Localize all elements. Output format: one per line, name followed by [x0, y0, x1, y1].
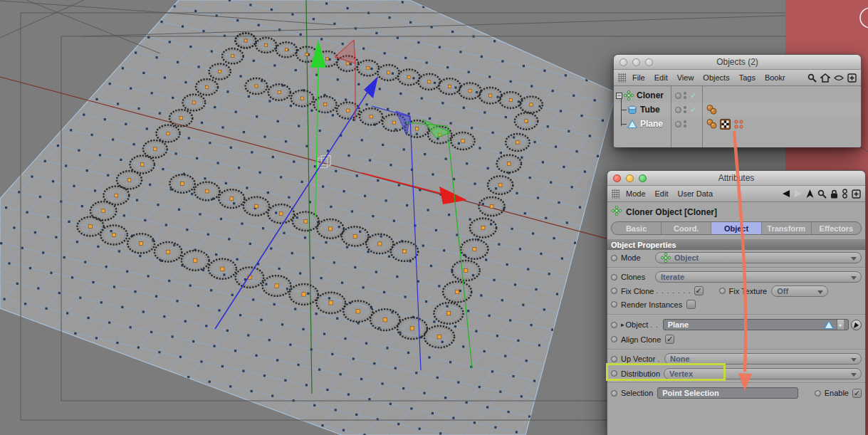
distribution-dropdown[interactable]: Vertex: [664, 368, 862, 379]
fix-texture-dropdown[interactable]: Off: [771, 285, 828, 297]
editor-visibility-dot[interactable]: [675, 107, 681, 113]
home-icon[interactable]: [820, 73, 830, 83]
menu-item-mode[interactable]: Mode: [626, 189, 646, 198]
menu-item-bookr[interactable]: Bookr: [765, 73, 785, 82]
object-row-cloner[interactable]: −Cloner✓: [614, 88, 861, 103]
chevron-down-icon: [851, 358, 857, 362]
fix-clone-checkbox[interactable]: ✓: [694, 286, 704, 295]
tab-effectors[interactable]: Effectors: [812, 222, 861, 234]
render-visibility-dots[interactable]: [684, 120, 686, 127]
expand-arrow-icon[interactable]: ▸: [837, 320, 844, 330]
mode-dropdown[interactable]: Object: [655, 252, 862, 263]
up-vector-dropdown[interactable]: None: [664, 353, 862, 365]
enabled-check-icon[interactable]: ✓: [690, 90, 697, 100]
window-controls[interactable]: [613, 174, 647, 182]
anim-dot[interactable]: [611, 255, 617, 261]
object-row-plane[interactable]: Plane: [614, 117, 861, 131]
attributes-menubar: ModeEditUser Data: [607, 186, 865, 202]
material-tag-icon[interactable]: [706, 105, 717, 115]
object-link-value: Plane: [668, 320, 689, 329]
lock-icon[interactable]: [830, 189, 838, 199]
zoom-button[interactable]: [639, 174, 647, 182]
window-controls[interactable]: [619, 58, 653, 66]
anim-dot[interactable]: [611, 336, 617, 342]
tab-basic[interactable]: Basic: [612, 222, 662, 234]
editor-visibility-dot[interactable]: [675, 121, 681, 127]
anim-dot[interactable]: [611, 301, 617, 308]
add-icon[interactable]: [852, 189, 861, 199]
enabled-check-icon[interactable]: ✓: [690, 105, 697, 115]
add-icon[interactable]: [847, 73, 857, 83]
menu-item-view[interactable]: View: [677, 73, 694, 82]
grip-icon[interactable]: [618, 73, 626, 83]
render-instances-checkbox[interactable]: [686, 300, 696, 309]
distribution-value: Vertex: [669, 370, 693, 378]
fix-clone-label: Fix Clone: [621, 287, 654, 295]
zoom-button[interactable]: [645, 58, 653, 66]
section-header: Object Properties: [607, 239, 865, 250]
object-link-field[interactable]: Plane ▸: [663, 319, 849, 330]
up-vector-label: Up Vector: [621, 355, 655, 363]
menu-item-objects[interactable]: Objects: [703, 73, 729, 82]
material-tag-icon[interactable]: [706, 119, 717, 129]
close-button[interactable]: [613, 174, 621, 182]
disclosure-triangle-icon[interactable]: ▸: [621, 321, 624, 328]
selection-field[interactable]: Point Selection: [657, 387, 798, 399]
tab-coord[interactable]: Coord.: [662, 222, 711, 234]
up-arrow-icon[interactable]: [806, 189, 814, 199]
expand-collapse-icon[interactable]: −: [616, 93, 622, 99]
anim-dot[interactable]: [719, 288, 726, 294]
object-label[interactable]: Tube: [640, 105, 660, 115]
search-icon[interactable]: [817, 189, 827, 199]
render-visibility-dots[interactable]: [684, 92, 686, 99]
row-object: ▸ Object . . Plane ▸: [607, 317, 865, 332]
grip-icon[interactable]: [612, 189, 619, 199]
editor-visibility-dot[interactable]: [675, 93, 681, 99]
menu-item-user-data[interactable]: User Data: [678, 189, 713, 198]
menu-item-file[interactable]: File: [632, 73, 645, 82]
objects-titlebar[interactable]: Objects (2): [614, 55, 861, 70]
tree-branch-line: [621, 124, 627, 125]
mode-label: Mode: [621, 253, 655, 262]
anim-dot[interactable]: [815, 390, 821, 397]
pick-object-button[interactable]: [851, 320, 862, 330]
anim-dot[interactable]: [611, 370, 617, 377]
minimize-button[interactable]: [626, 174, 634, 182]
enable-checkbox[interactable]: ✓: [852, 389, 862, 398]
anim-dot[interactable]: [611, 288, 617, 294]
anim-dot[interactable]: [611, 390, 617, 397]
clones-dropdown[interactable]: Iterate: [655, 271, 862, 283]
tree-branch-line: [621, 110, 627, 110]
divider: [607, 267, 865, 268]
point-selection-tag-icon[interactable]: [733, 119, 744, 130]
object-row-tube[interactable]: Tube✓: [614, 103, 861, 117]
minimize-button[interactable]: [632, 58, 640, 66]
object-label: Object: [626, 320, 649, 329]
texture-checker-tag-icon[interactable]: [720, 119, 731, 130]
mode-value: Object: [674, 253, 699, 262]
eye-icon[interactable]: [834, 75, 844, 81]
close-button[interactable]: [619, 58, 627, 66]
object-header: Cloner Object [Cloner]: [607, 202, 865, 220]
row-render-instances: Render Instances: [607, 298, 865, 311]
back-icon[interactable]: [782, 189, 790, 198]
link-icon[interactable]: [842, 189, 848, 199]
menu-item-edit[interactable]: Edit: [655, 189, 669, 198]
search-icon[interactable]: [807, 73, 817, 83]
object-label[interactable]: Cloner: [637, 90, 664, 100]
cloner-icon: [661, 253, 671, 263]
cloner-icon: [612, 206, 622, 218]
object-label[interactable]: Plane: [640, 119, 663, 129]
row-mode: Mode Object: [607, 250, 865, 266]
forward-icon[interactable]: [794, 189, 802, 198]
attributes-titlebar[interactable]: Attributes: [607, 171, 865, 186]
tab-transform[interactable]: Transform: [762, 222, 812, 234]
anim-dot[interactable]: [611, 322, 617, 328]
anim-dot[interactable]: [611, 356, 617, 362]
menu-item-tags[interactable]: Tags: [739, 73, 755, 82]
menu-item-edit[interactable]: Edit: [654, 73, 668, 82]
render-visibility-dots[interactable]: [684, 106, 686, 113]
tab-object[interactable]: Object: [711, 222, 761, 234]
align-clone-checkbox[interactable]: ✓: [665, 335, 674, 344]
anim-dot[interactable]: [611, 274, 617, 281]
